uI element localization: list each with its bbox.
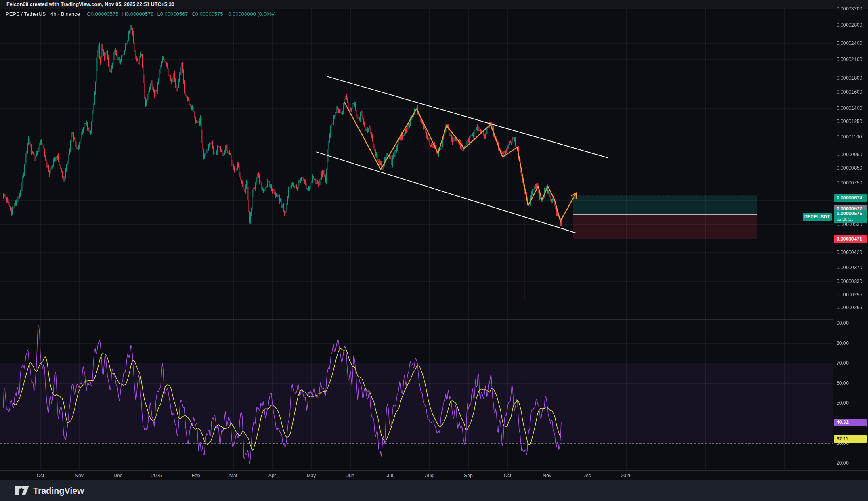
time-axis-label: 2026 bbox=[621, 471, 632, 481]
time-axis-label: Sep bbox=[464, 471, 472, 481]
price-axis-label: 0.00001100 bbox=[837, 134, 862, 140]
price-axis-label: 0.00002100 bbox=[837, 57, 862, 62]
target-price-badge: 0.00000674 bbox=[834, 194, 867, 202]
ohlc-label: C bbox=[191, 11, 195, 17]
rsi-axis-label: 50.00 bbox=[837, 400, 849, 406]
ohlc-value: 0.00000578 bbox=[126, 11, 154, 17]
last-price-badge-text: 0.00000575 bbox=[837, 211, 862, 216]
time-axis-label: Oct bbox=[37, 471, 44, 481]
price-axis-label: 0.00000265 bbox=[837, 305, 862, 310]
ohlc-values: O0.00000575H0.00000578L0.00000567C0.0000… bbox=[83, 11, 223, 17]
price-axis-label: 0.00001400 bbox=[837, 105, 862, 111]
ohlc-label: L bbox=[157, 11, 160, 17]
price-axis-label: 0.00000950 bbox=[837, 152, 862, 157]
time-axis-label: Nov bbox=[75, 471, 83, 481]
footer-bar: TradingView bbox=[0, 480, 868, 501]
price-axis[interactable]: 0.000032000.000028000.000024000.00002100… bbox=[833, 9, 868, 470]
price-axis-label: 0.00000850 bbox=[837, 165, 862, 171]
rsi-ma-value-badge: 32.11 bbox=[834, 435, 867, 443]
symbol-price-label-text: PEPEUSDT bbox=[804, 214, 830, 220]
price-axis-label: 0.00001250 bbox=[837, 119, 862, 124]
ohlc-value: 0.00000575 bbox=[195, 11, 223, 17]
time-axis-label: Jun bbox=[346, 471, 354, 481]
stop-price-badge: 0.00000471 bbox=[834, 235, 867, 243]
symbol-header: PEPE / TetherUS · 4h · Binance O0.000005… bbox=[6, 10, 276, 18]
time-axis-label: Apr bbox=[268, 471, 276, 481]
rsi-axis-label: 20.00 bbox=[837, 460, 849, 466]
price-axis-label: 0.00002800 bbox=[837, 22, 862, 28]
target-price-badge-text: 0.00000674 bbox=[837, 195, 862, 201]
attribution-bar: Felcon69 created with TradingView.com, N… bbox=[0, 0, 868, 9]
time-axis-label: Feb bbox=[192, 471, 200, 481]
ohlc-value: 0.00000567 bbox=[160, 11, 188, 17]
rsi-axis-label: 60.00 bbox=[837, 380, 849, 386]
chart-widget: PEPE / TetherUS · 4h · Binance O0.000005… bbox=[0, 9, 868, 480]
price-axis-label: 0.00000750 bbox=[837, 180, 862, 186]
price-axis-label: 0.00000420 bbox=[837, 249, 862, 255]
price-axis-label: 0.00000370 bbox=[837, 265, 862, 270]
change-value: 0.00000000 (0.00%) bbox=[228, 11, 276, 17]
tradingview-logo-icon bbox=[15, 485, 29, 497]
time-axis-label: Nov bbox=[543, 471, 551, 481]
tradingview-chart-snapshot: Felcon69 created with TradingView.com, N… bbox=[0, 0, 868, 501]
rsi-axis-label: 70.00 bbox=[837, 360, 849, 366]
rsi-value-badge: 40.32 bbox=[834, 419, 867, 426]
symbol-title[interactable]: PEPE / TetherUS · 4h · Binance bbox=[6, 11, 80, 17]
time-axis-label: May bbox=[307, 471, 316, 481]
price-axis-label: 0.00001600 bbox=[837, 89, 862, 95]
time-axis-label: Oct bbox=[504, 471, 512, 481]
time-axis-label: Aug bbox=[425, 471, 433, 481]
price-axis-label: 0.00003200 bbox=[837, 6, 862, 12]
symbol-price-label: PEPEUSDT bbox=[803, 213, 832, 221]
price-axis-label: 0.00000330 bbox=[837, 279, 862, 284]
price-axis-label: 0.00002400 bbox=[837, 40, 862, 46]
time-axis-label: Dec bbox=[113, 471, 122, 481]
last-price-badge: 0.0000057502:38:13 bbox=[834, 210, 867, 223]
countdown-timer: 02:38:13 bbox=[837, 217, 867, 222]
ohlc-label: H bbox=[122, 11, 126, 17]
price-axis-label: 0.00001800 bbox=[837, 75, 862, 81]
time-axis-label: Mar bbox=[229, 471, 238, 481]
attribution-text: Felcon69 created with TradingView.com, N… bbox=[6, 2, 174, 7]
tradingview-logo-text: TradingView bbox=[33, 486, 84, 496]
time-axis[interactable]: OctNovDec2025FebMarAprMayJunJulAugSepOct… bbox=[0, 470, 868, 481]
price-chart-canvas[interactable] bbox=[0, 9, 833, 470]
rsi-axis-label: 80.00 bbox=[837, 340, 849, 346]
time-axis-label: Jul bbox=[387, 471, 393, 481]
time-axis-label: Dec bbox=[582, 471, 591, 481]
stop-price-badge-text: 0.00000471 bbox=[837, 236, 862, 242]
rsi-axis-label: 90.00 bbox=[837, 320, 849, 326]
ohlc-label: O bbox=[87, 11, 91, 17]
price-axis-label: 0.00000295 bbox=[837, 292, 862, 298]
time-axis-label: 2025 bbox=[151, 471, 162, 481]
tradingview-logo[interactable]: TradingView bbox=[15, 485, 84, 497]
ohlc-value: 0.00000575 bbox=[91, 11, 119, 17]
pane-separator[interactable] bbox=[0, 319, 868, 320]
